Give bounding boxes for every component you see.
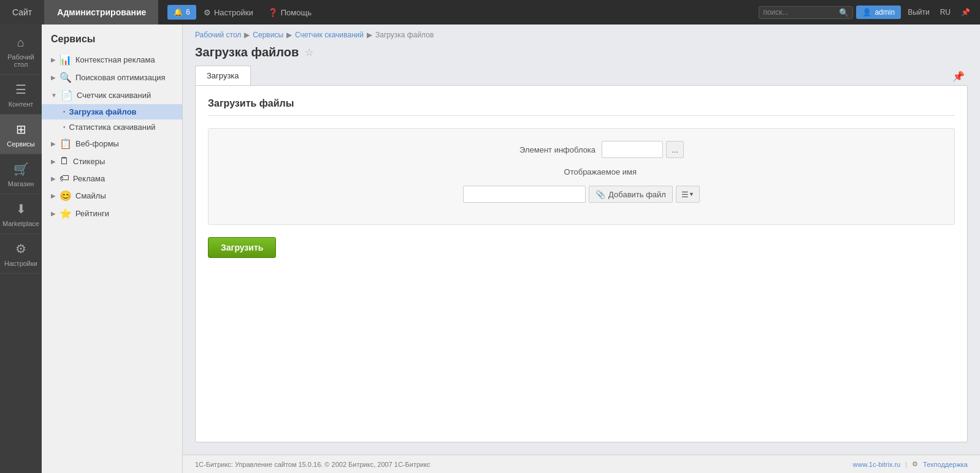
site-tab[interactable]: Сайт xyxy=(0,0,45,25)
arrow-icon: ▶ xyxy=(51,158,56,165)
services-icon: ⊞ xyxy=(12,121,29,138)
settings-icon: ⚙ xyxy=(12,240,29,257)
sidebar-item-shop[interactable]: 🛒 Магазин xyxy=(0,154,42,194)
sidebar-item-settings[interactable]: ⚙ Настройки xyxy=(0,234,42,274)
icon-sidebar: ⌂ Рабочий стол ☰ Контент ⊞ Сервисы 🛒 Маг… xyxy=(0,25,42,473)
help-button[interactable]: ❓ Помощь xyxy=(261,8,319,17)
menu-dropdown-button[interactable]: ☰ ▼ xyxy=(676,186,700,203)
sidebar-item-services[interactable]: ⊞ Сервисы xyxy=(0,115,42,154)
footer: 1С-Битрикс: Управление сайтом 15.0.16. ©… xyxy=(183,455,980,473)
help-label: Помощь xyxy=(281,8,312,17)
content-panel: Загрузить файлы Элемент инфоблока ... От… xyxy=(195,85,968,442)
footer-separator: | xyxy=(905,461,907,468)
dropdown-arrow-icon: ▼ xyxy=(689,191,694,197)
stickers-label: Стикеры xyxy=(73,157,105,166)
arrow-icon: ▶ xyxy=(51,192,56,199)
breadcrumb-sep-3: ▶ xyxy=(367,31,372,39)
settings-label: Настройки xyxy=(214,8,253,17)
infoblock-row: Элемент инфоблока ... xyxy=(221,141,942,158)
search-input[interactable] xyxy=(763,8,836,17)
forms-icon: 📋 xyxy=(59,138,72,149)
search-icon: 🔍 xyxy=(839,8,849,17)
favorite-star-icon[interactable]: ☆ xyxy=(305,47,313,58)
infoblock-label: Элемент инфоблока xyxy=(479,145,602,154)
sidebar-item-stickers[interactable]: ▶ 🗒 Стикеры xyxy=(42,153,182,170)
browse-button[interactable]: ... xyxy=(666,141,684,158)
contextual-ads-label: Контекстная реклама xyxy=(75,55,155,64)
menu-icon: ☰ xyxy=(681,190,689,199)
dashboard-label: Рабочий стол xyxy=(3,53,39,68)
display-name-label: Отображаемое имя xyxy=(520,167,643,176)
add-file-button[interactable]: 📎 Добавить файл xyxy=(589,186,673,203)
sidebar-item-smiles[interactable]: ▶ 😊 Смайлы xyxy=(42,187,182,205)
settings-nav-button[interactable]: ⚙ Настройки xyxy=(196,8,261,17)
marketplace-icon: ⬇ xyxy=(12,200,29,218)
download-counter-label: Счетчик скачиваний xyxy=(77,91,151,100)
sidebar-item-download-stats[interactable]: • Статистика скачиваний xyxy=(42,119,182,135)
section-title: Загрузить файлы xyxy=(208,98,955,116)
arrow-icon: ▶ xyxy=(51,210,56,217)
download-stats-label: Статистика скачиваний xyxy=(69,123,156,132)
seo-label: Поисковая оптимизация xyxy=(75,73,166,82)
sidebar-item-web-forms[interactable]: ▶ 📋 Веб-формы xyxy=(42,135,182,153)
ad-icon: 🏷 xyxy=(59,173,69,184)
sidebar-item-dashboard[interactable]: ⌂ Рабочий стол xyxy=(0,28,42,75)
bell-icon: 🔔 xyxy=(174,8,183,17)
services-title: Сервисы xyxy=(42,31,182,51)
breadcrumb-counter[interactable]: Счетчик скачиваний xyxy=(295,31,364,39)
sidebar-item-download-counter[interactable]: ▼ 📄 Счетчик скачиваний xyxy=(42,86,182,104)
tab-upload[interactable]: Загрузка xyxy=(195,66,251,85)
tab-pin-icon[interactable]: 📌 xyxy=(952,66,968,85)
breadcrumb-sep-1: ▶ xyxy=(244,31,250,39)
page-title: Загрузка файлов xyxy=(195,45,299,59)
seo-icon: 🔍 xyxy=(59,72,72,83)
services-label: Сервисы xyxy=(7,140,35,148)
file-input-group: 📎 Добавить файл ☰ ▼ xyxy=(463,186,700,203)
arrow-icon: ▼ xyxy=(51,92,57,99)
footer-support-link[interactable]: Техподдержка xyxy=(923,461,968,468)
pin-icon[interactable]: 📌 xyxy=(957,8,974,17)
admin-tab[interactable]: Администрирование xyxy=(45,0,158,25)
footer-site-link[interactable]: www.1c-bitrix.ru xyxy=(853,461,901,468)
page-title-row: Загрузка файлов ☆ xyxy=(183,42,980,66)
web-forms-label: Веб-формы xyxy=(75,139,119,148)
bullet-icon: • xyxy=(63,124,66,131)
display-name-input[interactable] xyxy=(463,186,586,203)
sidebar-item-contextual-ads[interactable]: ▶ 📊 Контекстная реклама xyxy=(42,51,182,69)
ratings-icon: ⭐ xyxy=(59,208,72,219)
logout-button[interactable]: Выйти xyxy=(904,8,933,17)
notifications-button[interactable]: 🔔 6 xyxy=(167,5,196,20)
counter-icon: 📄 xyxy=(61,89,73,101)
gear-icon: ⚙ xyxy=(204,8,211,17)
ads-icon: 📊 xyxy=(59,54,72,66)
file-upload-label: Загрузка файлов xyxy=(69,107,137,116)
upload-button[interactable]: Загрузить xyxy=(208,237,276,258)
infoblock-input[interactable] xyxy=(602,141,663,158)
stickers-icon: 🗒 xyxy=(59,156,69,167)
sidebar-item-ads[interactable]: ▶ 🏷 Реклама xyxy=(42,170,182,187)
sidebar-item-marketplace[interactable]: ⬇ Marketplace xyxy=(0,194,42,234)
user-menu[interactable]: 👤 admin xyxy=(856,6,901,19)
notif-count: 6 xyxy=(186,8,190,17)
infoblock-input-group: ... xyxy=(602,141,684,158)
breadcrumb-services[interactable]: Сервисы xyxy=(253,31,283,39)
content-area: Рабочий стол ▶ Сервисы ▶ Счетчик скачива… xyxy=(183,25,980,473)
search-box[interactable]: 🔍 xyxy=(759,6,853,19)
sidebar-item-ratings[interactable]: ▶ ⭐ Рейтинги xyxy=(42,205,182,222)
sidebar-item-file-upload[interactable]: • Загрузка файлов xyxy=(42,104,182,119)
add-file-label: Добавить файл xyxy=(608,190,666,199)
arrow-icon: ▶ xyxy=(51,175,56,182)
support-gear-icon: ⚙ xyxy=(912,460,918,468)
paperclip-icon: 📎 xyxy=(595,190,605,199)
services-sidebar: Сервисы ▶ 📊 Контекстная реклама ▶ 🔍 Поис… xyxy=(42,25,183,473)
sidebar-item-seo[interactable]: ▶ 🔍 Поисковая оптимизация xyxy=(42,69,182,86)
breadcrumb-dashboard[interactable]: Рабочий стол xyxy=(195,31,241,39)
help-icon: ❓ xyxy=(268,8,278,17)
form-area: Элемент инфоблока ... Отображаемое имя 📎 xyxy=(208,128,955,225)
sidebar-item-content[interactable]: ☰ Контент xyxy=(0,75,42,115)
top-nav: Сайт Администрирование 🔔 6 ⚙ Настройки ❓… xyxy=(0,0,980,25)
footer-right: www.1c-bitrix.ru | ⚙ Техподдержка xyxy=(853,460,968,468)
breadcrumb-current: Загрузка файлов xyxy=(375,31,434,39)
language-selector[interactable]: RU xyxy=(936,8,954,17)
content-label: Контент xyxy=(9,100,34,108)
